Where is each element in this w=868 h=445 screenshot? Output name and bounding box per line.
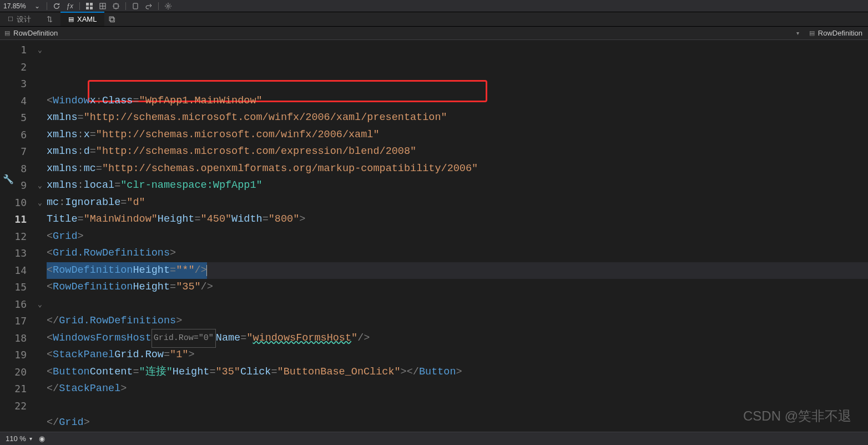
breadcrumb-right[interactable]: ▤ RowDefinition xyxy=(804,29,868,37)
watermark: CSDN @笑非不退 xyxy=(743,407,851,425)
tab-design[interactable]: ☐设计 xyxy=(0,12,39,27)
lightbulb-icon[interactable]: 🔧 xyxy=(3,174,14,184)
popout-icon[interactable]: ⧉ xyxy=(107,14,117,24)
device-icon[interactable] xyxy=(130,1,140,11)
svg-rect-0 xyxy=(86,3,89,6)
grid-icon[interactable] xyxy=(84,1,94,11)
tab-xaml[interactable]: ▤XAML xyxy=(60,12,104,26)
refresh-icon[interactable] xyxy=(52,1,62,11)
svg-point-6 xyxy=(167,5,169,7)
info-icon[interactable]: ◉ xyxy=(39,434,45,443)
snaplines-icon[interactable] xyxy=(111,1,121,11)
line-numbers: 12345678910111213141516171819202122 xyxy=(0,40,33,429)
design-icon: ☐ xyxy=(8,16,13,23)
xaml-icon: ▤ xyxy=(68,16,74,23)
svg-rect-1 xyxy=(90,3,93,6)
rotate-icon[interactable] xyxy=(144,1,154,11)
fold-column[interactable] xyxy=(33,40,47,429)
fx-icon[interactable]: ƒx xyxy=(65,1,75,11)
settings-icon[interactable] xyxy=(163,1,173,11)
status-bar: 110 % ▾ ◉ xyxy=(0,432,868,445)
breadcrumb-left[interactable]: ▤ RowDefinition ▾ xyxy=(0,29,804,37)
code-content[interactable]: <Window x:Class="WpfApp1.MainWindow" xml… xyxy=(47,40,868,429)
chevron-down-icon[interactable]: ⌄ xyxy=(32,1,42,11)
designer-toolbar: 17.85% ⌄ ƒx xyxy=(0,0,868,12)
snap-icon[interactable] xyxy=(98,1,108,11)
chevron-down-icon[interactable]: ▾ xyxy=(29,436,32,442)
breadcrumb-bar: ▤ RowDefinition ▾ ▤ RowDefinition xyxy=(0,27,868,40)
code-icon: ▤ xyxy=(4,29,10,37)
zoom-level[interactable]: 17.85% xyxy=(3,2,26,10)
tab-swap[interactable]: ⇅ xyxy=(39,12,60,27)
view-tabs: ☐设计 ⇅ ▤XAML ⧉ xyxy=(0,12,868,27)
svg-rect-3 xyxy=(90,7,93,9)
editor-zoom[interactable]: 110 % xyxy=(6,434,26,443)
svg-rect-2 xyxy=(86,7,89,9)
code-icon: ▤ xyxy=(809,29,815,37)
svg-rect-5 xyxy=(133,3,138,9)
code-editor[interactable]: 12345678910111213141516171819202122 <Win… xyxy=(0,40,868,429)
chevron-down-icon[interactable]: ▾ xyxy=(796,30,804,36)
